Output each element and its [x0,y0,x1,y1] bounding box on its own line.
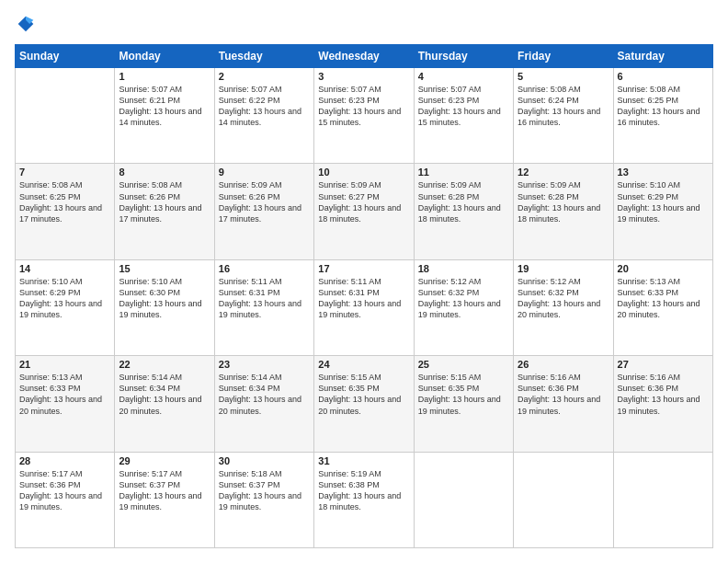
day-number: 22 [119,359,210,370]
day-number: 16 [219,263,310,274]
day-cell: 28Sunrise: 5:17 AMSunset: 6:36 PMDayligh… [16,452,115,547]
cell-info: Sunrise: 5:09 AMSunset: 6:27 PMDaylight:… [318,179,409,224]
day-cell: 8Sunrise: 5:08 AMSunset: 6:26 PMDaylight… [115,164,214,259]
day-cell: 16Sunrise: 5:11 AMSunset: 6:31 PMDayligh… [214,259,313,355]
day-number: 31 [318,455,409,466]
day-number: 1 [119,71,210,82]
day-cell: 9Sunrise: 5:09 AMSunset: 6:26 PMDaylight… [214,164,313,259]
header-thursday: Thursday [414,45,513,68]
day-cell: 25Sunrise: 5:15 AMSunset: 6:35 PMDayligh… [414,356,513,452]
week-row-1: 1Sunrise: 5:07 AMSunset: 6:21 PMDaylight… [16,68,713,164]
day-cell: 7Sunrise: 5:08 AMSunset: 6:25 PMDaylight… [16,164,115,259]
calendar-table: Sunday Monday Tuesday Wednesday Thursday… [15,44,713,548]
cell-info: Sunrise: 5:10 AMSunset: 6:29 PMDaylight:… [618,179,709,224]
day-number: 6 [618,71,709,82]
cell-info: Sunrise: 5:16 AMSunset: 6:36 PMDaylight:… [518,372,609,417]
header-sunday: Sunday [16,45,115,68]
day-cell: 17Sunrise: 5:11 AMSunset: 6:31 PMDayligh… [314,259,414,355]
header-wednesday: Wednesday [314,45,414,68]
cell-info: Sunrise: 5:09 AMSunset: 6:28 PMDaylight:… [418,179,509,224]
day-cell: 18Sunrise: 5:12 AMSunset: 6:32 PMDayligh… [414,259,513,355]
day-cell: 1Sunrise: 5:07 AMSunset: 6:21 PMDaylight… [115,68,214,164]
day-number: 28 [19,455,110,466]
day-cell: 21Sunrise: 5:13 AMSunset: 6:33 PMDayligh… [16,356,115,452]
header-friday: Friday [514,45,613,68]
day-number: 9 [219,167,310,178]
day-number: 20 [618,263,709,274]
cell-info: Sunrise: 5:08 AMSunset: 6:24 PMDaylight:… [518,84,609,129]
cell-info: Sunrise: 5:14 AMSunset: 6:34 PMDaylight:… [219,372,310,417]
day-cell: 22Sunrise: 5:14 AMSunset: 6:34 PMDayligh… [115,356,214,452]
weekday-header-row: Sunday Monday Tuesday Wednesday Thursday… [16,45,713,68]
day-number: 3 [318,71,409,82]
day-number: 7 [19,167,110,178]
day-number: 27 [618,359,709,370]
week-row-4: 21Sunrise: 5:13 AMSunset: 6:33 PMDayligh… [16,356,713,452]
cell-info: Sunrise: 5:15 AMSunset: 6:35 PMDaylight:… [418,372,509,417]
day-number: 21 [19,359,110,370]
cell-info: Sunrise: 5:13 AMSunset: 6:33 PMDaylight:… [618,276,709,321]
day-cell: 19Sunrise: 5:12 AMSunset: 6:32 PMDayligh… [514,259,613,355]
day-number: 23 [219,359,310,370]
day-cell: 15Sunrise: 5:10 AMSunset: 6:30 PMDayligh… [115,259,214,355]
day-cell: 12Sunrise: 5:09 AMSunset: 6:28 PMDayligh… [514,164,613,259]
cell-info: Sunrise: 5:08 AMSunset: 6:26 PMDaylight:… [119,179,210,224]
day-cell: 3Sunrise: 5:07 AMSunset: 6:23 PMDaylight… [314,68,414,164]
day-cell: 10Sunrise: 5:09 AMSunset: 6:27 PMDayligh… [314,164,414,259]
cell-info: Sunrise: 5:08 AMSunset: 6:25 PMDaylight:… [618,84,709,129]
day-cell: 20Sunrise: 5:13 AMSunset: 6:33 PMDayligh… [613,259,712,355]
cell-info: Sunrise: 5:09 AMSunset: 6:26 PMDaylight:… [219,179,310,224]
day-number: 29 [119,455,210,466]
page-header [15,15,713,37]
cell-info: Sunrise: 5:12 AMSunset: 6:32 PMDaylight:… [518,276,609,321]
cell-info: Sunrise: 5:12 AMSunset: 6:32 PMDaylight:… [418,276,509,321]
day-number: 10 [318,167,409,178]
cell-info: Sunrise: 5:09 AMSunset: 6:28 PMDaylight:… [518,179,609,224]
day-number: 24 [318,359,409,370]
day-cell: 31Sunrise: 5:19 AMSunset: 6:38 PMDayligh… [314,452,414,547]
week-row-3: 14Sunrise: 5:10 AMSunset: 6:29 PMDayligh… [16,259,713,355]
cell-info: Sunrise: 5:11 AMSunset: 6:31 PMDaylight:… [318,276,409,321]
cell-info: Sunrise: 5:07 AMSunset: 6:22 PMDaylight:… [219,84,310,129]
day-cell: 11Sunrise: 5:09 AMSunset: 6:28 PMDayligh… [414,164,513,259]
day-number: 15 [119,263,210,274]
cell-info: Sunrise: 5:16 AMSunset: 6:36 PMDaylight:… [618,372,709,417]
cell-info: Sunrise: 5:14 AMSunset: 6:34 PMDaylight:… [119,372,210,417]
day-cell: 2Sunrise: 5:07 AMSunset: 6:22 PMDaylight… [214,68,313,164]
day-number: 2 [219,71,310,82]
day-number: 19 [518,263,609,274]
day-cell [514,452,613,547]
day-cell: 14Sunrise: 5:10 AMSunset: 6:29 PMDayligh… [16,259,115,355]
day-number: 11 [418,167,509,178]
day-cell: 5Sunrise: 5:08 AMSunset: 6:24 PMDaylight… [514,68,613,164]
day-cell: 6Sunrise: 5:08 AMSunset: 6:25 PMDaylight… [613,68,712,164]
header-monday: Monday [115,45,214,68]
day-number: 30 [219,455,310,466]
day-cell: 29Sunrise: 5:17 AMSunset: 6:37 PMDayligh… [115,452,214,547]
day-cell: 13Sunrise: 5:10 AMSunset: 6:29 PMDayligh… [613,164,712,259]
cell-info: Sunrise: 5:11 AMSunset: 6:31 PMDaylight:… [219,276,310,321]
day-cell: 26Sunrise: 5:16 AMSunset: 6:36 PMDayligh… [514,356,613,452]
day-number: 8 [119,167,210,178]
header-saturday: Saturday [613,45,712,68]
day-cell [613,452,712,547]
cell-info: Sunrise: 5:10 AMSunset: 6:30 PMDaylight:… [119,276,210,321]
day-number: 25 [418,359,509,370]
day-cell [16,68,115,164]
cell-info: Sunrise: 5:07 AMSunset: 6:23 PMDaylight:… [418,84,509,129]
day-number: 5 [518,71,609,82]
cell-info: Sunrise: 5:17 AMSunset: 6:36 PMDaylight:… [19,468,110,513]
day-cell [414,452,513,547]
cell-info: Sunrise: 5:10 AMSunset: 6:29 PMDaylight:… [19,276,110,321]
cell-info: Sunrise: 5:15 AMSunset: 6:35 PMDaylight:… [318,372,409,417]
day-cell: 4Sunrise: 5:07 AMSunset: 6:23 PMDaylight… [414,68,513,164]
day-cell: 23Sunrise: 5:14 AMSunset: 6:34 PMDayligh… [214,356,313,452]
day-number: 18 [418,263,509,274]
cell-info: Sunrise: 5:19 AMSunset: 6:38 PMDaylight:… [318,468,409,513]
cell-info: Sunrise: 5:18 AMSunset: 6:37 PMDaylight:… [219,468,310,513]
cell-info: Sunrise: 5:08 AMSunset: 6:25 PMDaylight:… [19,179,110,224]
day-cell: 27Sunrise: 5:16 AMSunset: 6:36 PMDayligh… [613,356,712,452]
cell-info: Sunrise: 5:07 AMSunset: 6:21 PMDaylight:… [119,84,210,129]
day-number: 4 [418,71,509,82]
header-tuesday: Tuesday [214,45,313,68]
